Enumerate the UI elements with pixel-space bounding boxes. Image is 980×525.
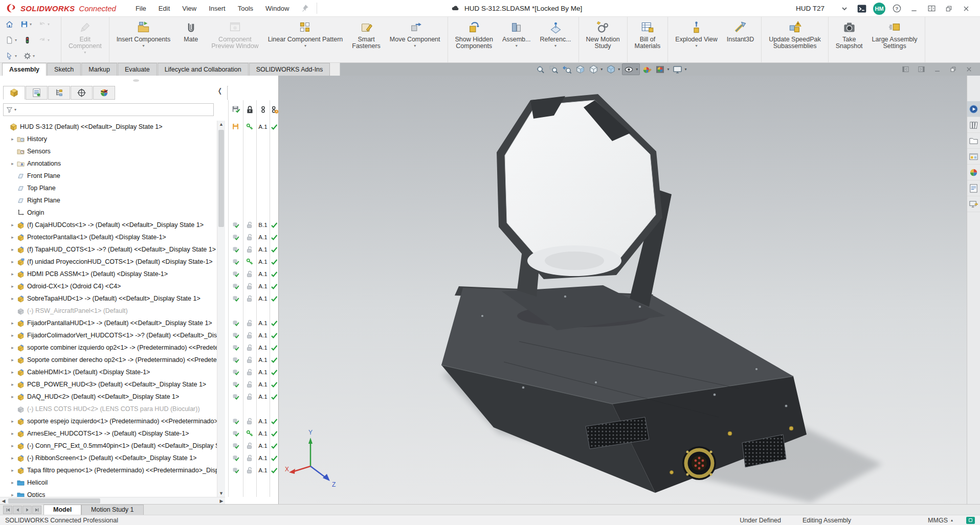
panel-tab-dimxpertmanager[interactable] [71,86,93,100]
tree-item[interactable]: ▸ArnesElec_HUDCOTS<1> -> (Default) <Disp… [0,427,217,440]
dropdown-caret-icon[interactable]: ▾ [15,38,17,42]
status-3dexperience-icon[interactable] [966,517,975,524]
hide-show-items-button[interactable]: ▾ [622,63,640,75]
smart-fasteners-button[interactable]: Smart Fasteners [347,18,385,61]
update-speedpak-subassemblies-button[interactable]: Update SpeedPak Subassemblies [764,18,825,61]
dropdown-caret-icon[interactable]: ▾ [666,67,670,72]
expand-arrow-icon[interactable]: ▸ [9,443,16,448]
assemb-button[interactable]: Assemb...▾ [498,18,536,61]
take-snapshot-button[interactable]: Take Snapshot [831,18,867,61]
dropdown-caret-icon[interactable]: ▾ [33,54,35,58]
filter-caret-icon[interactable]: ▾ [14,107,16,112]
filter-funnel-icon[interactable] [6,106,13,113]
home-button[interactable] [5,20,14,29]
tree-item[interactable]: ▸(f) unidad ProyeccionHUD_COTS<1> (Defau… [0,256,217,268]
tree-item[interactable]: ▸PCB_POWER_HUD<3> (Default) <<Default>_D… [0,378,217,391]
panel-tab-configurationmanager[interactable] [48,86,70,100]
expand-arrow-icon[interactable]: ▸ [9,419,16,424]
solidworks-resources-button[interactable] [967,196,980,212]
previous-view-button[interactable] [561,63,573,75]
zoom-to-area-button[interactable] [547,63,560,75]
apply-scene-button[interactable]: ▾ [654,63,671,75]
expand-arrow-icon[interactable]: ▸ [9,222,16,227]
expand-arrow-icon[interactable]: ▸ [9,271,16,277]
dropdown-caret-icon[interactable]: ▾ [635,67,639,72]
doc-restore-icon[interactable] [949,65,957,73]
scroll-right-arrow[interactable]: ▶ [218,497,225,504]
tree-item[interactable]: ▸(-) Conn_FPC_Ext_0.5mm40pin<1> (Default… [0,440,217,452]
tree-item[interactable]: (-) LENS COTS HUD<2> (LENS COTS para HUD… [0,403,217,415]
tree-item[interactable]: (-) RSW_AircraftPanel<1> (Default) [0,305,217,317]
show-hidden-components-button[interactable]: Show Hidden Components [451,18,498,61]
restore-button[interactable] [940,0,957,17]
tree-item[interactable]: ▸Annotations [0,157,217,170]
expand-arrow-icon[interactable]: ▸ [9,492,16,497]
expand-arrow-icon[interactable]: ▸ [9,480,16,485]
lights-button[interactable] [23,36,32,44]
dropdown-caret-icon[interactable]: ▾ [15,54,17,58]
close-button[interactable] [957,0,975,17]
zoom-to-fit-button[interactable] [534,63,547,75]
tree-item[interactable]: ▸FijadorPantallaHUD<1> -> (Default) <<De… [0,317,217,329]
expand-arrow-icon[interactable]: ▸ [9,161,16,166]
expand-arrow-icon[interactable]: ▸ [9,357,16,362]
tree-item[interactable]: ▸soporte combiner izquierdo op2<1> -> (P… [0,341,217,354]
tab-markup[interactable]: Markup [81,63,117,76]
next-tab-button[interactable] [23,506,32,514]
previous-tab-button[interactable] [13,506,22,514]
menu-file[interactable]: File [129,5,152,12]
edit-appearance-button[interactable] [640,63,653,75]
tree-item[interactable]: ▸(-) RibbonScreen<1> (Default) <<Default… [0,452,217,464]
tree-item[interactable]: Top Plane [0,182,217,194]
tab-lifecycle-and-collaboration[interactable]: Lifecycle and Collaboration [158,63,249,76]
expand-arrow-icon[interactable]: ▸ [9,247,16,252]
split-layout-button[interactable] [923,0,940,17]
combiner-assembly[interactable] [497,94,672,307]
expand-arrow-icon[interactable]: ▸ [9,296,16,301]
doc-close-icon[interactable] [965,65,973,73]
terminal-icon[interactable] [853,0,871,17]
view-orientation-button[interactable]: ▾ [587,63,604,75]
tree-item[interactable]: ▸History [0,133,217,145]
linear-component-pattern-button[interactable]: Linear Component Pattern▾ [263,18,348,61]
dropdown-caret-icon[interactable]: ▾ [617,67,621,72]
menu-edit[interactable]: Edit [152,5,176,12]
avatar[interactable]: HM [871,0,888,17]
tree-item[interactable]: ▸ProtectorPantalla<1> (Default) <Display… [0,231,217,243]
3dexperience-button[interactable] [967,101,980,117]
expand-arrow-icon[interactable]: ▸ [9,468,16,473]
graphics-viewport[interactable]: X Y Z [279,76,967,504]
tree-item[interactable]: ▸Odroid-CX<1> (Odroid C4) <C4> [0,280,217,292]
dropdown-caret-icon[interactable]: ▾ [30,22,32,27]
model-tab-motion-study-1[interactable]: Motion Study 1 [81,505,143,515]
expand-arrow-icon[interactable]: ▸ [9,333,16,338]
doc-minimize-icon[interactable] [933,65,941,73]
scroll-up-arrow[interactable]: ▲ [217,121,225,128]
expand-arrow-icon[interactable]: ▸ [9,455,16,461]
tree-vertical-scrollbar[interactable]: ▲ ▼ [217,121,225,497]
first-tab-button[interactable] [3,506,12,514]
status-units[interactable]: MMGS ▴ [928,517,953,524]
tree-item[interactable]: ▸HDMI PCB ASSM<1> (Default) <Display Sta… [0,268,217,280]
tree-item[interactable]: ▸CableHDMI<1> (Default) <Display State-1… [0,366,217,378]
expand-arrow-icon[interactable]: ▸ [9,321,16,326]
tab-sketch[interactable]: Sketch [47,63,81,76]
tree-item[interactable]: ▸(f) CajaHUDCots<1> -> (Default) <<Defau… [0,219,217,231]
scrollbar-thumb[interactable] [218,130,224,227]
collapse-right-pane-icon[interactable] [918,65,925,73]
tree-item[interactable]: Right Plane [0,194,217,207]
expand-arrow-icon[interactable]: ▸ [9,382,16,387]
design-library-button[interactable] [967,117,980,133]
section-view-button[interactable] [574,63,587,75]
insert-components-button[interactable]: Insert Components▾ [112,18,175,61]
new-button[interactable]: ▾ [5,36,17,44]
panel-tab-displaymanager[interactable] [93,86,115,100]
save-button[interactable]: ▾ [20,20,32,29]
tree-item[interactable]: ▸Soporte combiner derecho op2<1> -> (Pre… [0,354,217,366]
tree-item[interactable]: ▸SobreTapaHUD<1> -> (Default) <<Default>… [0,292,217,305]
tree-item[interactable]: Sensors [0,145,217,157]
menu-view[interactable]: View [176,5,203,12]
help-icon[interactable] [888,0,905,17]
expand-arrow-icon[interactable]: ▸ [9,370,16,375]
tree-item[interactable]: Front Plane [0,170,217,182]
